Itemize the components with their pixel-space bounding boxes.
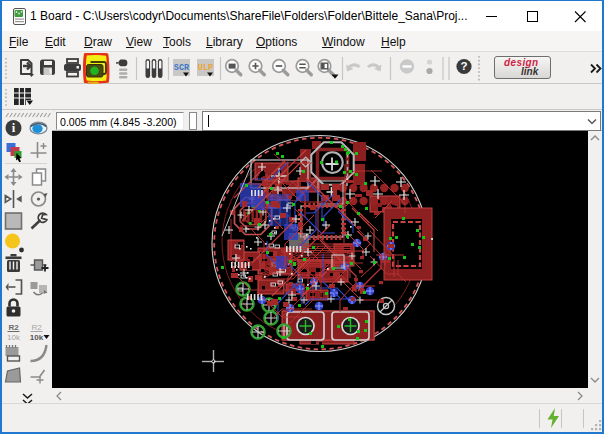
svg-text:?: ? — [460, 60, 467, 72]
svg-text:R2: R2 — [31, 323, 42, 332]
svg-text:10k: 10k — [30, 333, 44, 342]
svg-text:SCR: SCR — [174, 63, 190, 73]
svg-text:i: i — [12, 121, 16, 135]
svg-text:R2: R2 — [8, 323, 19, 332]
svg-text:ULP: ULP — [198, 63, 213, 73]
svg-text:10k: 10k — [7, 333, 21, 342]
